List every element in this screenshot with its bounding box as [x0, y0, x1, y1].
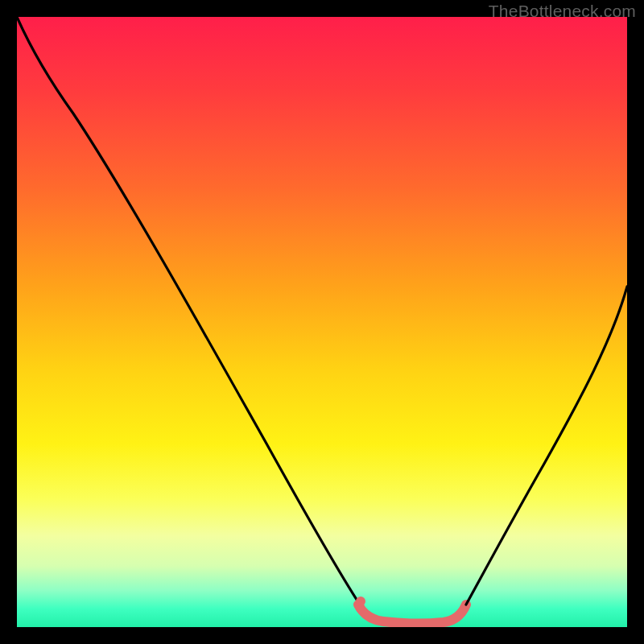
valley-start-dot: [356, 597, 365, 606]
plot-area: [17, 17, 627, 627]
series-valley-floor: [358, 605, 466, 623]
chart-svg: [17, 17, 627, 627]
series-right-arm: [466, 287, 627, 605]
chart-frame: TheBottleneck.com: [0, 0, 644, 644]
series-left-arm: [17, 17, 360, 605]
